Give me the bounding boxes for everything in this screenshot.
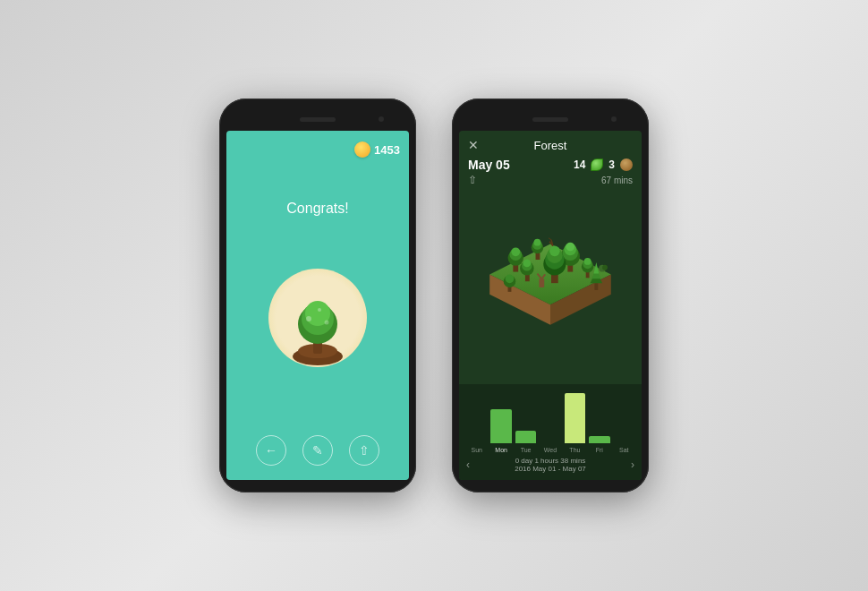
label-tue: Tue (515, 447, 536, 453)
share-icon[interactable]: ⇧ (468, 174, 477, 186)
edit-button[interactable]: ✎ (302, 435, 333, 466)
bar-sat (614, 390, 634, 443)
bar-fri (589, 390, 609, 443)
speaker-2 (532, 117, 568, 122)
forest-title: Forest (486, 139, 615, 152)
screen-2: ✕ Forest May 05 14 3 ⇧ 67 mins (459, 131, 642, 480)
svg-point-43 (506, 274, 515, 283)
bar-mon (490, 390, 511, 443)
bar-thu (565, 390, 585, 443)
tree-circle (268, 269, 367, 367)
scene: 1453 Congrats! (0, 0, 868, 591)
svg-point-15 (511, 247, 520, 256)
svg-point-40 (584, 258, 591, 265)
nav-info: 0 day 1 hours 38 mins 2016 May 01 - May … (515, 457, 586, 473)
svg-point-24 (566, 242, 574, 251)
svg-point-52 (602, 264, 608, 270)
bars-container (466, 390, 634, 443)
speaker-1 (300, 117, 336, 122)
label-sat: Sat (614, 447, 634, 453)
svg-line-36 (549, 237, 551, 239)
svg-rect-44 (594, 283, 598, 290)
bar-tue (515, 390, 536, 443)
screen-1: 1453 Congrats! (226, 131, 409, 480)
svg-point-8 (318, 308, 321, 312)
camera-1 (379, 116, 384, 122)
phone-congrats: 1453 Congrats! (219, 98, 416, 492)
camera-2 (611, 116, 617, 122)
bottom-actions: ← ✎ ⇧ (256, 435, 379, 466)
svg-point-19 (534, 238, 541, 245)
tree-stat-icon (620, 158, 633, 171)
label-wed: Wed (540, 447, 560, 453)
svg-point-33 (549, 245, 560, 256)
bar-sun (466, 390, 487, 443)
phone-top-2 (459, 111, 642, 127)
label-mon: Mon (490, 447, 511, 453)
label-fri: Fri (589, 447, 609, 453)
congrats-screen: 1453 Congrats! (226, 131, 409, 480)
stat1-num: 14 (574, 158, 585, 171)
label-sun: Sun (466, 447, 487, 453)
back-button[interactable]: ← (256, 435, 286, 466)
tree-illustration (282, 287, 353, 367)
forest-visual (468, 190, 633, 384)
label-thu: Thu (565, 447, 585, 453)
share-button[interactable]: ⇧ (349, 435, 379, 466)
forest-header: ✕ Forest (468, 138, 633, 152)
stat2-num: 3 (608, 158, 615, 171)
congrats-text: Congrats! (286, 201, 348, 217)
svg-point-6 (306, 316, 311, 321)
svg-point-7 (325, 321, 329, 325)
coin-count: 1453 (374, 143, 400, 157)
phone-top-1 (226, 111, 409, 127)
coin-icon (354, 141, 370, 158)
next-arrow[interactable]: › (631, 458, 634, 471)
close-button[interactable]: ✕ (468, 138, 486, 152)
prev-arrow[interactable]: ‹ (466, 458, 470, 471)
date-stats-row: May 05 14 3 (468, 158, 633, 172)
forest-date: May 05 (468, 158, 510, 172)
phone-forest: ✕ Forest May 05 14 3 ⇧ 67 mins (452, 98, 649, 492)
bar-wed (540, 390, 560, 443)
chart-area: Sun Mon Tue Wed Thu Fri Sat ‹ 0 day 1 ho… (459, 384, 642, 480)
coin-counter: 1453 (354, 141, 400, 158)
forest-svg (468, 225, 633, 350)
forest-screen: ✕ Forest May 05 14 3 ⇧ 67 mins (459, 131, 642, 480)
forest-stats: 14 3 (574, 158, 633, 171)
share-row: ⇧ 67 mins (468, 174, 633, 186)
chart-nav: ‹ 0 day 1 hours 38 mins 2016 May 01 - Ma… (466, 453, 634, 476)
mins-text: 67 mins (601, 176, 633, 185)
svg-rect-48 (539, 278, 544, 287)
leaf-icon (591, 158, 603, 171)
chart-labels: Sun Mon Tue Wed Thu Fri Sat (466, 447, 634, 453)
nav-text: 0 day 1 hours 38 mins (515, 457, 586, 465)
svg-point-28 (523, 259, 531, 267)
nav-subtext: 2016 May 01 - May 07 (515, 465, 586, 473)
